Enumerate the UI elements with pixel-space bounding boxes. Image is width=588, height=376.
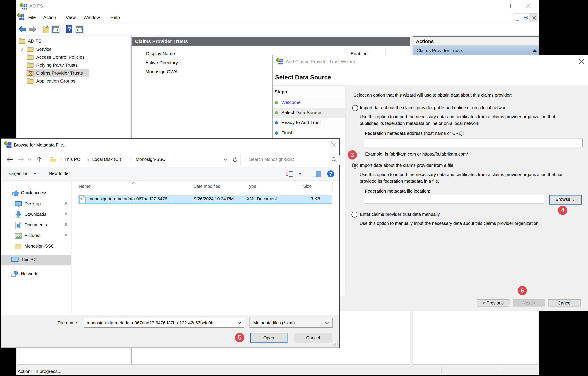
svg-text:?: ? [329,171,333,177]
svg-text:?: ? [67,26,71,32]
